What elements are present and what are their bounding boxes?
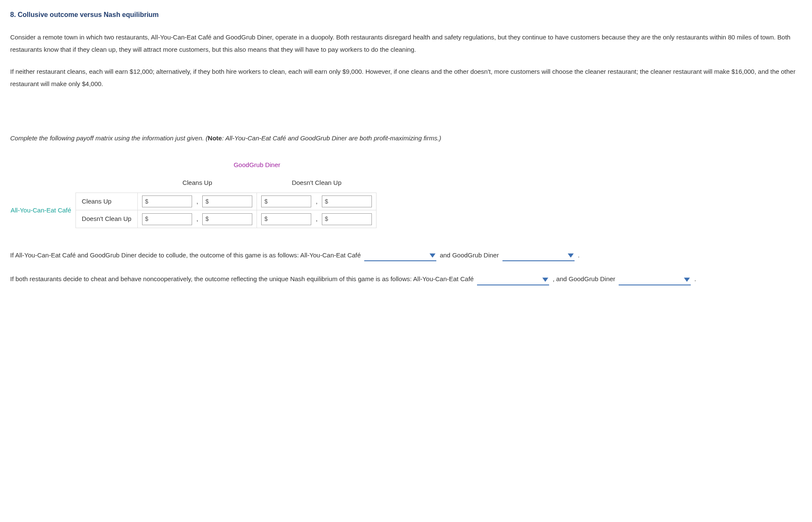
dollar-icon: $ — [322, 196, 331, 207]
paragraph-1: Consider a remote town in which two rest… — [10, 31, 802, 56]
row-strategy-1: Doesn't Clean Up — [75, 210, 137, 228]
payoff-input-0-1-b[interactable] — [331, 196, 371, 207]
q2-pre: If both restaurants decide to cheat and … — [10, 275, 475, 282]
q1-pre: If All-You-Can-Eat Café and GoodGrub Din… — [10, 251, 363, 259]
instruction-post: : All-You-Can-Eat Café and GoodGrub Dine… — [222, 134, 441, 142]
dollar-icon: $ — [203, 196, 211, 207]
dropdown-q1-a[interactable] — [364, 251, 436, 261]
dollar-icon: $ — [142, 214, 151, 225]
chevron-down-icon — [430, 252, 435, 258]
chevron-down-icon — [568, 252, 574, 258]
comma: , — [196, 215, 198, 222]
payoff-input-1-0-a-wrap: $ — [142, 213, 192, 225]
svg-marker-2 — [542, 278, 548, 282]
payoff-cell-1-1: $ , $ — [257, 210, 377, 228]
dollar-icon: $ — [322, 214, 331, 225]
payoff-input-1-0-b[interactable] — [211, 214, 252, 225]
col-strategy-0: Cleans Up — [137, 173, 257, 193]
payoff-input-1-1-b-wrap: $ — [322, 213, 372, 225]
chevron-down-icon — [542, 276, 548, 282]
payoff-matrix: GoodGrub Diner Cleans Up Doesn't Clean U… — [10, 156, 802, 228]
dropdown-q2-b[interactable] — [619, 275, 691, 285]
payoff-input-0-0-a[interactable] — [151, 196, 192, 207]
paragraph-2: If neither restaurant cleans, each will … — [10, 66, 802, 90]
dollar-icon: $ — [142, 196, 151, 207]
comma: , — [316, 198, 318, 205]
question-2: If both restaurants decide to cheat and … — [10, 273, 802, 285]
chevron-down-icon — [684, 276, 690, 282]
payoff-cell-0-1: $ , $ — [257, 193, 377, 210]
payoff-input-1-0-a[interactable] — [151, 214, 192, 225]
comma: , — [316, 215, 318, 222]
svg-marker-0 — [430, 254, 435, 258]
row-strategy-0: Cleans Up — [75, 193, 137, 210]
payoff-input-0-1-b-wrap: $ — [322, 195, 372, 207]
note-label: Note — [208, 134, 222, 142]
payoff-input-0-1-a[interactable] — [270, 196, 311, 207]
q1-mid: and GoodGrub Diner — [440, 251, 500, 259]
payoff-input-0-1-a-wrap: $ — [261, 195, 311, 207]
instruction-text: Complete the following payoff matrix usi… — [10, 132, 802, 145]
q2-mid: , and GoodGrub Diner — [552, 275, 617, 282]
dropdown-q1-b[interactable] — [502, 251, 575, 261]
payoff-input-1-0-b-wrap: $ — [202, 213, 252, 225]
dollar-icon: $ — [262, 214, 270, 225]
payoff-input-1-1-a[interactable] — [270, 214, 311, 225]
col-player-label: GoodGrub Diner — [137, 156, 376, 174]
payoff-input-0-0-a-wrap: $ — [142, 195, 192, 207]
dropdown-q2-a[interactable] — [477, 275, 549, 285]
payoff-input-1-1-a-wrap: $ — [261, 213, 311, 225]
svg-marker-1 — [568, 254, 574, 258]
question-1: If All-You-Can-Eat Café and GoodGrub Din… — [10, 249, 802, 262]
dollar-icon: $ — [203, 214, 211, 225]
payoff-input-0-0-b-wrap: $ — [202, 195, 252, 207]
q1-end: . — [578, 251, 580, 259]
dollar-icon: $ — [262, 196, 270, 207]
section-heading: 8. Collusive outcome versus Nash equilib… — [10, 8, 802, 21]
row-player-label: All-You-Can-Eat Café — [10, 193, 75, 228]
instruction-pre: Complete the following payoff matrix usi… — [10, 134, 208, 142]
payoff-input-1-1-b[interactable] — [331, 214, 371, 225]
col-strategy-1: Doesn't Clean Up — [257, 173, 377, 193]
payoff-input-0-0-b[interactable] — [211, 196, 252, 207]
svg-marker-3 — [684, 278, 690, 282]
comma: , — [196, 198, 198, 205]
payoff-cell-0-0: $ , $ — [137, 193, 257, 210]
q2-end: . — [694, 275, 696, 282]
payoff-cell-1-0: $ , $ — [137, 210, 257, 228]
